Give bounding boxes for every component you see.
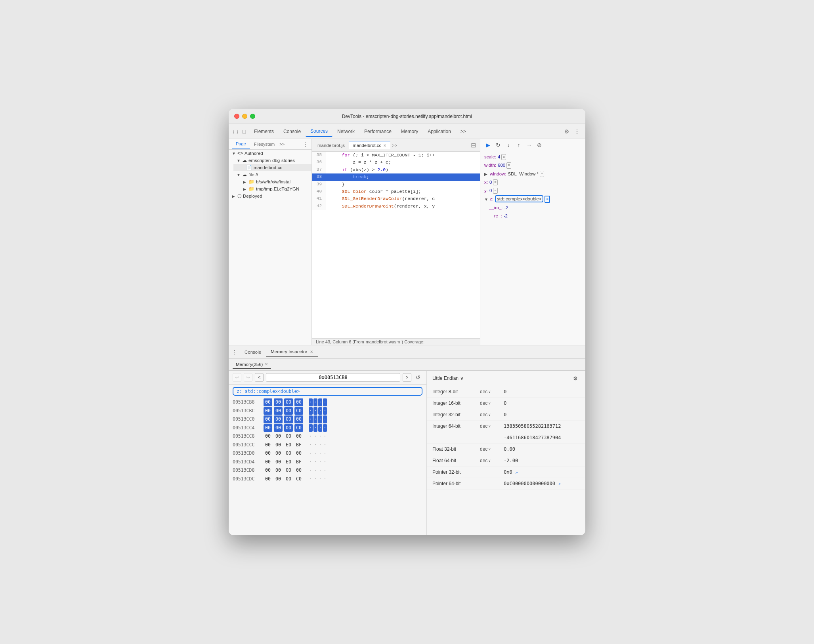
minimize-button[interactable] <box>242 114 247 119</box>
hex-byte[interactable]: BF <box>294 441 303 449</box>
hex-byte[interactable]: 00 <box>264 441 272 449</box>
tree-bsw[interactable]: ▶ 📁 b/s/w/ir/x/w/install <box>229 178 311 185</box>
tab-console[interactable]: Console <box>279 126 306 137</box>
hex-byte[interactable]: 00 <box>264 433 272 440</box>
nav-prev-button[interactable]: < <box>255 373 264 382</box>
hex-byte[interactable]: 00 <box>274 475 283 483</box>
panel-more-icon[interactable]: ⋮ <box>302 141 308 148</box>
more-options-icon[interactable]: ⋮ <box>572 126 582 137</box>
memory-subtab-256[interactable]: Memory(256) ✕ <box>233 360 271 369</box>
hex-byte[interactable]: 00 <box>284 433 293 440</box>
hex-byte[interactable]: 00 <box>274 407 283 415</box>
hex-byte[interactable]: 00 <box>284 415 293 423</box>
hex-byte[interactable]: 00 <box>264 475 272 483</box>
endian-selector[interactable]: Little Endian ∨ <box>432 375 464 381</box>
settings-icon[interactable]: ⚙ <box>562 126 572 137</box>
external-link-icon[interactable]: ↗ <box>558 481 561 486</box>
nav-next-button[interactable]: > <box>403 373 411 382</box>
hex-byte[interactable]: E0 <box>284 441 293 449</box>
hex-byte[interactable]: 00 <box>274 458 283 466</box>
hex-byte[interactable]: 00 <box>274 415 283 423</box>
hex-byte[interactable]: 00 <box>294 433 303 440</box>
resume-button[interactable]: ▶ <box>483 141 492 149</box>
hex-byte[interactable]: 00 <box>294 415 303 423</box>
hex-byte[interactable]: 00 <box>284 475 293 483</box>
scope-window[interactable]: ▶ window: SDL_Window * ≡ <box>480 170 585 178</box>
hex-byte[interactable]: 00 <box>264 458 272 466</box>
code-editor[interactable]: 35 for (; i < MAX_ITER_COUNT - 1; i++ 36… <box>312 152 480 338</box>
tab-application[interactable]: Application <box>423 126 456 137</box>
tree-deployed[interactable]: ▶ ⬡ Deployed <box>229 192 311 200</box>
hex-byte[interactable]: 00 <box>264 450 272 457</box>
type-format-selector[interactable]: dec ∨ <box>480 389 504 394</box>
deactivate-button[interactable]: ⊘ <box>535 141 544 149</box>
tab-page[interactable]: Page <box>232 139 250 149</box>
hex-byte[interactable]: 00 <box>264 415 272 423</box>
hex-byte[interactable]: 00 <box>274 433 283 440</box>
hex-byte[interactable]: 00 <box>294 398 303 406</box>
tab-elements[interactable]: Elements <box>249 126 279 137</box>
memory-subtab-close[interactable]: ✕ <box>265 362 268 366</box>
tab-sources[interactable]: Sources <box>306 126 332 137</box>
type-format-selector[interactable]: dec ∨ <box>480 458 504 463</box>
maximize-button[interactable] <box>250 114 255 119</box>
hex-byte[interactable]: 00 <box>264 398 272 406</box>
tree-emscripten[interactable]: ▼ ☁ emscripten-dbg-stories <box>233 157 311 164</box>
scope-z-format-icon[interactable]: ≡ <box>545 196 550 203</box>
split-editor-icon[interactable]: ⊟ <box>468 141 478 149</box>
tree-tmp[interactable]: ▶ 📁 tmp/tmp.ELcTq2YGN <box>229 185 311 192</box>
hex-byte[interactable]: 00 <box>274 467 283 474</box>
hex-byte[interactable]: E0 <box>284 458 293 466</box>
bottom-dots-icon[interactable]: ⋮ <box>232 349 237 355</box>
hex-byte[interactable]: 00 <box>284 450 293 457</box>
hex-byte[interactable]: BF <box>294 458 303 466</box>
status-wasm-link[interactable]: mandelbrot.wasm <box>366 339 400 344</box>
hex-byte[interactable]: 00 <box>284 407 293 415</box>
tree-mandelbrot-cc[interactable]: 📄 mandelbrot.cc <box>233 164 311 171</box>
tab-console-bottom[interactable]: Console <box>240 347 266 357</box>
tab-memory-inspector-close[interactable]: ✕ <box>310 350 313 354</box>
hex-byte[interactable]: 00 <box>294 450 303 457</box>
type-format-selector[interactable]: dec ∨ <box>480 412 504 417</box>
panel-tab-more[interactable]: >> <box>279 142 285 147</box>
step-out-button[interactable]: ↑ <box>514 141 523 149</box>
tab-memory[interactable]: Memory <box>396 126 423 137</box>
hex-byte[interactable]: 00 <box>274 398 283 406</box>
type-format-selector[interactable]: dec ∨ <box>480 400 504 406</box>
hex-byte[interactable]: 00 <box>274 441 283 449</box>
hex-byte[interactable]: 00 <box>284 424 293 432</box>
hex-byte[interactable]: 00 <box>274 450 283 457</box>
tree-authored[interactable]: ▼ <> Authored <box>229 150 311 157</box>
editor-more-tabs[interactable]: >> <box>392 143 397 148</box>
nav-forward-button[interactable]: ↪ <box>244 373 252 382</box>
tree-file[interactable]: ▼ ☁ file:// <box>233 171 311 178</box>
tab-memory-inspector[interactable]: Memory Inspector ✕ <box>266 347 318 357</box>
step-micro-button[interactable]: → <box>525 141 533 149</box>
scope-z[interactable]: ▼ z: std::complex<double> ≡ <box>480 195 585 204</box>
file-tab-mandelbrot-js[interactable]: mandelbrot.js <box>313 141 349 149</box>
external-link-icon[interactable]: ↗ <box>515 470 518 475</box>
hex-byte[interactable]: 00 <box>284 467 293 474</box>
hex-byte[interactable]: 00 <box>274 424 283 432</box>
nav-back-button[interactable]: ↩ <box>233 373 241 382</box>
hex-byte[interactable]: 00 <box>294 467 303 474</box>
hex-byte[interactable]: 00 <box>264 424 272 432</box>
step-into-button[interactable]: ↓ <box>504 141 513 149</box>
inspector-settings-button[interactable]: ⚙ <box>571 374 580 383</box>
hex-byte[interactable]: 00 <box>284 398 293 406</box>
hex-byte[interactable]: C0 <box>294 407 303 415</box>
type-format-selector[interactable]: dec ∨ <box>480 423 504 429</box>
tab-performance[interactable]: Performance <box>359 126 396 137</box>
tab-network[interactable]: Network <box>332 126 359 137</box>
file-tab-close-icon[interactable]: ✕ <box>383 143 386 148</box>
close-button[interactable] <box>234 114 239 119</box>
address-input[interactable] <box>266 373 400 382</box>
hex-byte[interactable]: C0 <box>294 475 303 483</box>
hex-byte[interactable]: 00 <box>264 467 272 474</box>
hex-byte[interactable]: 00 <box>264 407 272 415</box>
file-tab-mandelbrot-cc[interactable]: mandelbrot.cc ✕ <box>349 141 390 149</box>
step-over-button[interactable]: ↻ <box>494 141 503 149</box>
refresh-button[interactable]: ↺ <box>414 373 422 382</box>
tab-more[interactable]: >> <box>456 126 471 137</box>
hex-byte[interactable]: C0 <box>294 424 303 432</box>
